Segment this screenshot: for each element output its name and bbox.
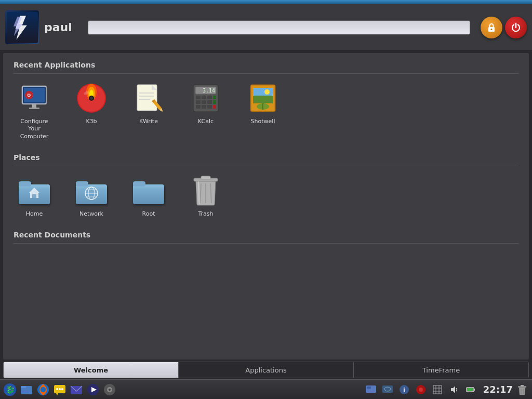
tab-applications[interactable]: Applications bbox=[179, 362, 354, 378]
info-icon[interactable]: i bbox=[397, 382, 411, 397]
kwrite-icon bbox=[132, 82, 165, 115]
file-manager-button[interactable] bbox=[19, 382, 34, 397]
svg-rect-42 bbox=[196, 105, 201, 109]
root-label: Root bbox=[142, 210, 155, 218]
svg-rect-94 bbox=[367, 387, 371, 389]
svg-text:3.14: 3.14 bbox=[203, 88, 215, 94]
header-buttons bbox=[481, 17, 527, 38]
tab-timeframe[interactable]: TimeFrame bbox=[354, 362, 528, 378]
configure-icon: ⚙ bbox=[18, 82, 51, 115]
place-trash[interactable]: Trash bbox=[185, 174, 227, 218]
svg-rect-34 bbox=[196, 96, 201, 99]
place-network[interactable]: Network bbox=[71, 174, 112, 218]
svg-rect-49 bbox=[253, 88, 273, 96]
record-icon[interactable] bbox=[414, 382, 428, 397]
svg-rect-50 bbox=[253, 96, 273, 103]
places-grid: Home bbox=[14, 174, 518, 218]
chat-button[interactable] bbox=[52, 382, 67, 397]
app-kcalc[interactable]: 3.14 bbox=[185, 82, 227, 140]
svg-text:i: i bbox=[403, 387, 405, 393]
firefox-button[interactable] bbox=[36, 382, 50, 397]
lock-button[interactable] bbox=[481, 17, 502, 38]
svg-rect-41 bbox=[213, 100, 216, 104]
settings-button[interactable] bbox=[102, 382, 117, 397]
media-button[interactable] bbox=[86, 382, 100, 397]
clock: 22:17 bbox=[483, 384, 513, 395]
k3b-label: K3b bbox=[86, 118, 97, 125]
taskbar-trash-icon[interactable] bbox=[515, 382, 529, 397]
home-folder-icon bbox=[18, 174, 51, 207]
recent-apps-title: Recent Applications bbox=[14, 61, 518, 69]
svg-rect-109 bbox=[467, 388, 473, 391]
kcalc-icon: 3.14 bbox=[189, 82, 222, 115]
svg-point-85 bbox=[59, 388, 61, 390]
app-kwrite[interactable]: KWrite bbox=[128, 82, 169, 140]
tools-icon[interactable] bbox=[430, 382, 445, 397]
svg-rect-70 bbox=[133, 189, 164, 204]
app-configure[interactable]: ⚙ ConfigureYourComputer bbox=[14, 82, 55, 140]
svg-rect-61 bbox=[76, 181, 88, 187]
svg-point-51 bbox=[264, 89, 270, 95]
power-button[interactable] bbox=[505, 17, 527, 38]
svg-rect-72 bbox=[201, 176, 210, 179]
title-bar bbox=[0, 0, 532, 4]
taskbar-left: 🐉 bbox=[3, 382, 117, 397]
recent-apps-divider bbox=[14, 73, 518, 74]
svg-point-100 bbox=[419, 388, 423, 392]
k3b-icon bbox=[75, 82, 108, 115]
svg-rect-62 bbox=[76, 189, 107, 204]
storage-icon[interactable] bbox=[380, 382, 395, 397]
svg-rect-38 bbox=[196, 100, 201, 104]
svg-point-84 bbox=[56, 388, 58, 390]
svg-rect-113 bbox=[521, 385, 524, 387]
home-label: Home bbox=[26, 210, 43, 218]
tab-welcome[interactable]: Welcome bbox=[4, 362, 179, 378]
svg-rect-43 bbox=[202, 105, 206, 109]
bottom-tabs: Welcome Applications TimeFrame bbox=[3, 362, 529, 378]
user-avatar bbox=[5, 10, 39, 44]
start-button[interactable]: 🐉 bbox=[3, 382, 17, 397]
recent-docs-title: Recent Documents bbox=[14, 231, 518, 239]
network-label: Network bbox=[79, 210, 103, 218]
email-button[interactable] bbox=[69, 382, 84, 397]
kwrite-label: KWrite bbox=[139, 118, 158, 125]
root-folder-icon bbox=[132, 174, 165, 207]
place-home[interactable]: Home bbox=[14, 174, 55, 218]
recent-docs-section: Recent Documents bbox=[14, 231, 518, 244]
file-tray-icon[interactable] bbox=[364, 382, 378, 397]
recent-docs-divider bbox=[14, 243, 518, 244]
main-content: Recent Applications ⚙ bbox=[3, 53, 529, 360]
username: paul bbox=[44, 21, 72, 34]
svg-rect-11 bbox=[32, 104, 36, 108]
svg-rect-40 bbox=[207, 100, 212, 104]
svg-rect-44 bbox=[207, 105, 212, 109]
svg-rect-95 bbox=[382, 385, 393, 393]
svg-text:🐉: 🐉 bbox=[6, 385, 15, 394]
svg-rect-12 bbox=[29, 108, 39, 109]
svg-point-5 bbox=[491, 29, 493, 30]
places-section: Places bbox=[14, 153, 518, 218]
svg-text:⚙: ⚙ bbox=[27, 92, 32, 98]
svg-rect-37 bbox=[213, 96, 216, 99]
trash-label: Trash bbox=[198, 210, 213, 218]
svg-point-92 bbox=[109, 389, 111, 391]
place-root[interactable]: Root bbox=[128, 174, 169, 218]
shotwell-icon bbox=[246, 82, 280, 115]
app-k3b[interactable]: K3b bbox=[71, 82, 112, 140]
svg-rect-35 bbox=[202, 96, 206, 99]
battery-icon[interactable] bbox=[463, 382, 478, 397]
search-input[interactable] bbox=[88, 20, 470, 35]
app-shotwell[interactable]: Shotwell bbox=[242, 82, 284, 140]
network-folder-icon bbox=[75, 174, 108, 207]
svg-marker-83 bbox=[56, 393, 58, 395]
header: paul bbox=[0, 4, 532, 51]
apps-grid: ⚙ ConfigureYourComputer bbox=[14, 82, 518, 140]
volume-icon[interactable] bbox=[447, 382, 461, 397]
svg-rect-108 bbox=[474, 389, 475, 391]
taskbar: 🐉 bbox=[0, 379, 532, 399]
svg-rect-59 bbox=[32, 194, 36, 198]
recent-apps-section: Recent Applications ⚙ bbox=[14, 61, 518, 140]
configure-label: ConfigureYourComputer bbox=[20, 118, 49, 140]
places-title: Places bbox=[14, 153, 518, 162]
places-divider bbox=[14, 166, 518, 166]
